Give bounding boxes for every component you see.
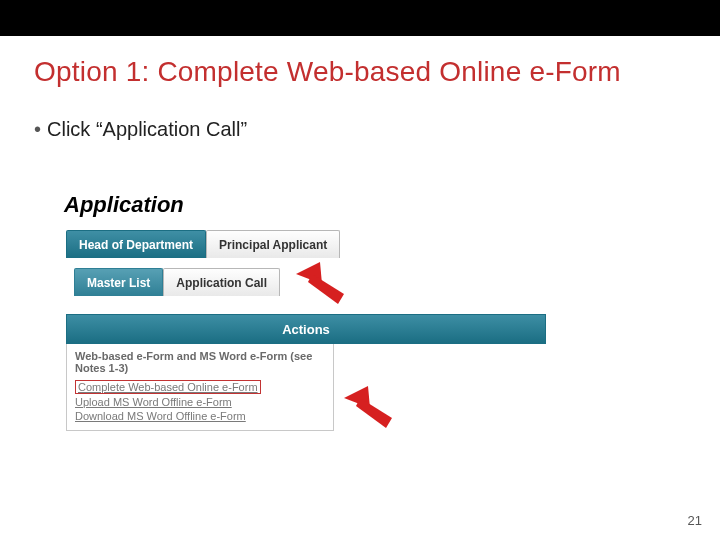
embedded-screenshot: Application Head of DepartmentPrincipal … (60, 192, 580, 431)
actions-header-bar: Actions (66, 314, 546, 344)
tab-master-list[interactable]: Master List (74, 268, 163, 296)
top-black-bar (0, 0, 720, 36)
link-upload-word[interactable]: Upload MS Word Offline e-Form (75, 396, 325, 408)
actions-section-label: Web-based e-Form and MS Word e-Form (see… (75, 350, 325, 374)
app-heading: Application (60, 192, 580, 218)
bullet-text: Click “Application Call” (47, 118, 247, 140)
tab-principal-applicant[interactable]: Principal Applicant (206, 230, 340, 258)
svg-marker-3 (356, 398, 392, 428)
tab-application-call[interactable]: Application Call (163, 268, 280, 296)
tab-head-of-department[interactable]: Head of Department (66, 230, 206, 258)
actions-box: Web-based e-Form and MS Word e-Form (see… (66, 344, 334, 431)
bullet-line: •Click “Application Call” (0, 88, 720, 141)
slide: Option 1: Complete Web-based Online e-Fo… (0, 0, 720, 540)
slide-title: Option 1: Complete Web-based Online e-Fo… (0, 36, 720, 88)
link-download-word[interactable]: Download MS Word Offline e-Form (75, 410, 325, 422)
link-complete-web-form[interactable]: Complete Web-based Online e-Form (75, 380, 261, 394)
svg-marker-2 (344, 386, 370, 408)
top-tab-row: Head of DepartmentPrincipal Applicant (66, 230, 580, 258)
bullet-dot: • (34, 118, 47, 140)
sub-tab-row: Master ListApplication Call (74, 268, 580, 296)
page-number: 21 (688, 513, 702, 528)
arrow-icon (340, 384, 400, 432)
